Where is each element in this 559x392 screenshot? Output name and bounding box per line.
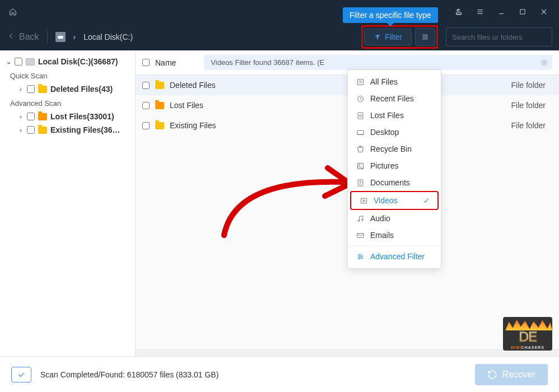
filter-option-recent-files[interactable]: Recent Files: [348, 90, 441, 107]
file-name: Lost Files: [170, 101, 203, 110]
svg-point-23: [358, 164, 360, 166]
tree-checkbox[interactable]: [27, 126, 35, 134]
svg-point-36: [358, 254, 360, 256]
tree-section-quick: Quick Scan: [3, 68, 132, 82]
select-all-checkbox[interactable]: [142, 59, 150, 66]
back-button[interactable]: Back: [7, 32, 39, 42]
filter-option-recycle-bin[interactable]: Recycle Bin: [348, 141, 441, 157]
row-checkbox[interactable]: [142, 82, 150, 89]
filter-result-banner: Videos Filter found 36687 items. (E ⊗: [204, 55, 552, 70]
svg-rect-22: [357, 163, 363, 169]
svg-rect-14: [357, 79, 363, 85]
option-label: Audio: [370, 214, 390, 223]
tree-item-label: Lost Files(33001): [50, 112, 114, 121]
option-label: Pictures: [370, 161, 399, 170]
tree-root-label: Local Disk(C:)(36687): [38, 57, 118, 66]
filter-option-all-files[interactable]: All Files: [348, 73, 441, 90]
filter-button[interactable]: Filter: [364, 29, 412, 45]
advanced-filter-option[interactable]: Advanced Filter: [348, 246, 441, 265]
option-label: Recent Files: [370, 94, 414, 103]
maximize-icon[interactable]: [518, 7, 528, 17]
filter-option-lost-files[interactable]: Lost Files: [348, 107, 441, 124]
column-name[interactable]: Name: [155, 58, 176, 67]
menu-icon[interactable]: [475, 7, 485, 17]
close-icon[interactable]: [539, 7, 549, 17]
file-type: File folder: [511, 81, 552, 90]
filter-tooltip: Filter a specific file type: [343, 7, 438, 23]
banner-text: Videos Filter found 36687 items. (E: [211, 58, 324, 67]
option-icon: [356, 161, 365, 170]
svg-rect-0: [456, 12, 461, 15]
svg-point-38: [358, 258, 360, 259]
option-icon: [356, 111, 365, 120]
filter-option-audio[interactable]: Audio: [348, 210, 441, 227]
folder-icon: [38, 113, 47, 120]
view-mode-button[interactable]: [415, 28, 435, 46]
option-icon: [356, 144, 365, 153]
back-label: Back: [19, 32, 39, 42]
svg-marker-29: [363, 199, 365, 202]
title-bar: [0, 0, 559, 24]
option-icon: [356, 128, 365, 137]
sidebar: ⌄ Local Disk(C:)(36687) Quick Scan › Del…: [0, 50, 136, 356]
watermark-logo-text: DE: [519, 328, 537, 346]
folder-icon: [155, 82, 164, 89]
tree-root[interactable]: ⌄ Local Disk(C:)(36687): [3, 55, 132, 68]
option-icon: [356, 77, 365, 86]
tree-item-label: Existing Files(36…: [50, 125, 120, 134]
recover-label: Recover: [502, 370, 535, 380]
toolbar: Back › Local Disk(C:) Filter: [0, 24, 559, 50]
svg-point-19: [359, 114, 361, 116]
banner-close-icon[interactable]: ⊗: [541, 57, 548, 68]
svg-rect-32: [357, 233, 363, 237]
minimize-icon[interactable]: [496, 7, 506, 17]
option-label: Videos: [374, 196, 398, 205]
option-icon: [356, 94, 365, 103]
share-icon[interactable]: [454, 7, 464, 17]
row-checkbox[interactable]: [142, 102, 150, 109]
tree-item[interactable]: › Deleted Files(43): [3, 82, 132, 96]
recover-button[interactable]: Recover: [475, 364, 548, 385]
filter-option-videos[interactable]: Videos ✓: [350, 191, 439, 210]
check-icon: ✓: [423, 197, 430, 205]
row-checkbox[interactable]: [142, 122, 150, 129]
footer: Scan Completed/Found: 6180057 files (833…: [0, 356, 559, 392]
svg-rect-20: [357, 130, 363, 134]
tree-item[interactable]: › Lost Files(33001): [3, 110, 132, 123]
svg-point-30: [358, 220, 360, 222]
divider: [47, 30, 48, 44]
tree-section-advanced: Advanced Scan: [3, 96, 132, 110]
option-label: Documents: [370, 178, 410, 187]
tree-checkbox[interactable]: [15, 58, 22, 66]
search-input[interactable]: [452, 33, 546, 41]
main-panel: Name Videos Filter found 36687 items. (E…: [136, 50, 559, 356]
svg-rect-18: [358, 112, 363, 118]
folder-icon: [38, 86, 47, 93]
horizontal-scrollbar[interactable]: [136, 349, 559, 356]
filter-option-documents[interactable]: Documents: [348, 174, 441, 191]
search-box[interactable]: [446, 27, 552, 46]
filter-option-pictures[interactable]: Pictures: [348, 157, 441, 174]
tree-checkbox[interactable]: [27, 85, 35, 93]
option-icon: [359, 196, 368, 205]
tree-item[interactable]: › Existing Files(36…: [3, 123, 132, 137]
option-label: Emails: [370, 231, 394, 240]
option-label: All Files: [370, 77, 398, 86]
filter-option-emails[interactable]: Emails: [348, 227, 441, 244]
folder-icon: [38, 127, 47, 134]
svg-rect-28: [361, 198, 366, 203]
filter-option-desktop[interactable]: Desktop: [348, 124, 441, 141]
sliders-icon: [356, 252, 365, 261]
option-label: Desktop: [370, 128, 399, 137]
tree-checkbox[interactable]: [27, 113, 35, 120]
drive-icon: [55, 32, 66, 42]
option-icon: [356, 231, 365, 240]
tree-item-label: Deleted Files(43): [50, 85, 113, 94]
home-icon[interactable]: [8, 7, 18, 17]
advanced-filter-label: Advanced Filter: [370, 252, 425, 261]
breadcrumb[interactable]: Local Disk(C:): [83, 32, 133, 41]
file-type: File folder: [511, 101, 552, 110]
file-name: Existing Files: [170, 121, 216, 130]
file-name: Deleted Files: [170, 81, 216, 90]
filter-dropdown: All Files Recent Files Lost Files Deskto…: [347, 69, 441, 269]
